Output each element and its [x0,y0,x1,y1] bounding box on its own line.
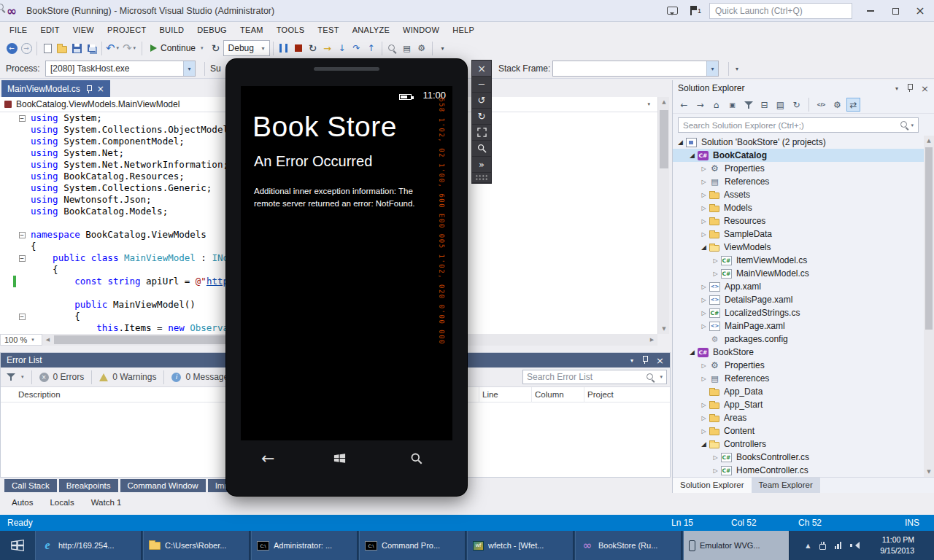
tree-arrow-icon[interactable]: ▷ [699,284,709,290]
back-icon[interactable]: ← [677,98,691,112]
tree-item-mainpage-xaml[interactable]: ▷<>MainPage.xaml [673,319,925,332]
emulator-close-button[interactable]: × [472,61,491,77]
tab-command-window[interactable]: Command Window [120,479,206,492]
menu-build[interactable]: BUILD [153,22,190,38]
redo-icon[interactable]: ↷▾ [120,41,139,55]
collapse-all-icon[interactable]: ⊟ [757,98,771,112]
tree-arrow-icon[interactable]: ▷ [699,428,709,435]
tree-arrow-icon[interactable]: ▷ [711,271,720,277]
tree-arrow-icon[interactable]: ◢ [699,440,709,448]
tree-arrow-icon[interactable]: ▷ [699,205,709,211]
tree-item-properties[interactable]: ▷⚙Properties [673,359,925,372]
toolbar-overflow-icon[interactable]: ▾ [436,41,450,55]
close-icon[interactable]: × [921,83,929,94]
column-header-description[interactable]: Description [15,387,61,402]
fold-toggle-icon[interactable]: − [19,115,26,122]
feedback-icon[interactable] [667,7,678,15]
taskbar-button-command-prompt[interactable]: C:\Administrator: ... [251,531,358,560]
find-icon[interactable] [385,41,400,55]
emulator-rotate-left-button[interactable]: ↺ [472,93,491,109]
tree-item-mainviewmodel-cs[interactable]: ▷C#MainViewModel.cs [673,267,925,280]
close-icon[interactable]: × [97,84,104,94]
options-icon[interactable]: ⚙ [414,41,429,55]
tree-arrow-icon[interactable]: ▷ [699,323,709,330]
menu-window[interactable]: WINDOW [396,22,446,38]
editor-vertical-scrollbar[interactable]: ▲ ▼ [657,97,669,334]
start-button[interactable] [0,531,35,560]
tree-item-bookstore[interactable]: ◢C#BookStore [673,346,925,359]
tree-item-bookcatalog[interactable]: ◢C#BookCatalog [673,149,925,162]
emulator-zoom-button[interactable] [472,141,491,157]
tree-arrow-icon[interactable]: ◢ [699,244,709,251]
volume-icon[interactable] [850,540,860,551]
tab-watch-1[interactable]: Watch 1 [84,496,129,509]
taskbar-button-emulator[interactable]: Emulator WVG... [683,531,790,560]
solution-explorer-header[interactable]: Solution Explorer ▾ × [673,80,934,96]
taskbar-button-internet-explorer[interactable]: ehttp://169.254... [35,531,142,560]
tree-arrow-icon[interactable]: ▷ [711,467,720,474]
tree-item-controllers[interactable]: ◢Controllers [673,438,925,451]
tree-item-assets[interactable]: ▷Assets [673,188,925,201]
tree-item-localizedstrings-cs[interactable]: ▷C#LocalizedStrings.cs [673,306,925,319]
filter-icon[interactable] [7,373,15,381]
restart-debugging-icon[interactable]: ↻ [306,41,320,55]
tree-item-packages-config[interactable]: ⚙packages.config [673,332,925,346]
scroll-up-icon[interactable]: ▲ [658,97,670,107]
tree-item-detailspage-xaml[interactable]: ▷<>DetailsPage.xaml [673,293,925,306]
tree-item-app-data[interactable]: App_Data [673,385,925,398]
close-icon[interactable]: × [656,355,664,366]
tree-item-itemviewmodel-cs[interactable]: ▷C#ItemViewModel.cs [673,254,925,267]
solution-explorer-search-input[interactable]: Search Solution Explorer (Ctrl+;) ▾ [678,117,919,133]
tab-solution-explorer[interactable]: Solution Explorer [673,478,752,493]
forward-icon[interactable]: → [693,98,707,112]
pin-icon[interactable] [86,85,91,93]
tree-arrow-icon[interactable]: ▷ [711,257,720,264]
tree-item-models[interactable]: ▷Models [673,201,925,214]
stop-debugging-icon[interactable] [291,41,306,55]
phone-screen[interactable]: 11:00 Book Store An Error Occurred Addit… [241,86,452,440]
tree-arrow-icon[interactable]: ▷ [699,415,709,421]
tree-arrow-icon[interactable]: ▷ [699,402,709,408]
close-button[interactable]: × [909,0,931,22]
tree-item-resources[interactable]: ▷Resources [673,214,925,228]
menu-tools[interactable]: TOOLS [270,22,312,38]
column-header-column[interactable]: Column [531,387,564,402]
tab-autos[interactable]: Autos [4,496,40,509]
window-position-icon[interactable]: ▾ [895,85,898,92]
tree-item-viewmodels[interactable]: ◢ViewModels [673,241,925,254]
notifications-flag-icon[interactable]: 1 [689,5,702,17]
tree-item-homecontroller-cs[interactable]: ▷C#HomeController.cs [673,464,925,477]
window-position-icon[interactable]: ▾ [630,357,633,364]
toolbar-overflow-icon[interactable]: ▾ [730,61,744,76]
maximize-button[interactable] [884,0,906,22]
menu-project[interactable]: PROJECT [101,22,153,38]
pending-changes-filter-icon[interactable] [741,98,755,112]
tray-expand-icon[interactable]: ▲ [806,542,810,549]
emulator-minimize-button[interactable]: ─ [472,77,491,93]
scroll-down-icon[interactable]: ▼ [658,324,670,334]
tree-item-areas[interactable]: ▷Areas [673,411,925,424]
step-out-icon[interactable]: ↑ [364,41,379,55]
network-icon[interactable] [835,542,842,549]
break-all-icon[interactable] [277,41,291,55]
tree-arrow-icon[interactable]: ▷ [699,376,709,382]
view-code-icon[interactable]: </> [814,98,828,112]
taskbar-button-wfetch[interactable]: wfwfetch - [Wfet... [467,531,574,560]
tree-arrow-icon[interactable]: ▷ [699,166,709,172]
tree-arrow-icon[interactable]: ▷ [699,310,709,316]
menu-help[interactable]: HELP [446,22,481,38]
tree-item-app-start[interactable]: ▷App_Start [673,398,925,411]
solution-configurations-icon[interactable]: ▤ [400,41,414,55]
tree-arrow-icon[interactable]: ▷ [711,454,720,461]
process-dropdown[interactable]: [2080] TaskHost.exe ▾ [45,61,196,77]
continue-button[interactable]: Continue ▾ [145,42,209,55]
fold-toggle-icon[interactable]: − [19,232,26,238]
taskbar-button-folder[interactable]: C:\Users\Rober... [143,531,250,560]
errors-count[interactable]: 0 Errors [53,372,85,382]
phone-search-button[interactable] [410,452,423,467]
column-header-project[interactable]: Project [584,387,614,402]
show-all-files-icon[interactable]: ▤ [773,98,787,112]
editor-zoom-control[interactable]: 100 % ▾ [0,334,42,346]
taskbar-button-visual-studio[interactable]: ∞BookStore (Ru... [575,531,682,560]
save-icon[interactable] [69,41,84,55]
